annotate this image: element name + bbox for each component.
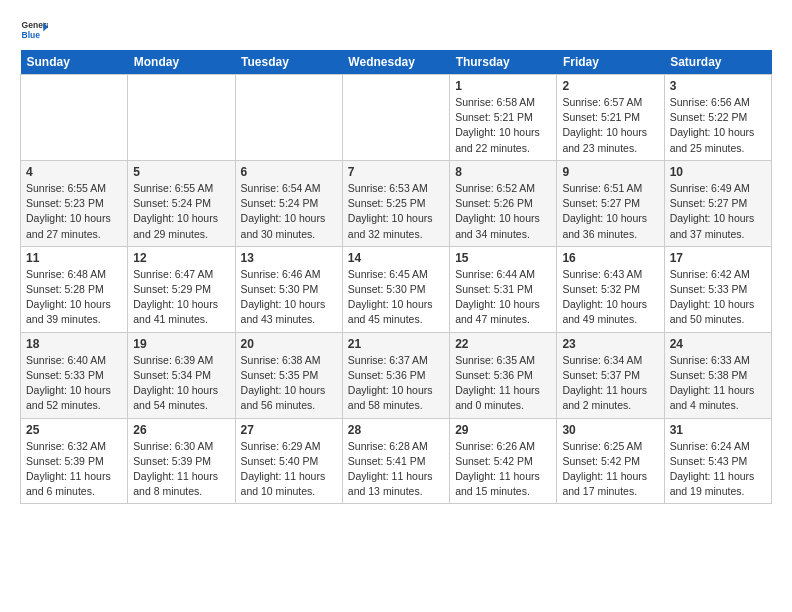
- day-info: Sunrise: 6:55 AM Sunset: 5:24 PM Dayligh…: [133, 181, 229, 242]
- day-cell: 1Sunrise: 6:58 AM Sunset: 5:21 PM Daylig…: [450, 75, 557, 161]
- day-cell: 3Sunrise: 6:56 AM Sunset: 5:22 PM Daylig…: [664, 75, 771, 161]
- day-cell: 24Sunrise: 6:33 AM Sunset: 5:38 PM Dayli…: [664, 332, 771, 418]
- day-info: Sunrise: 6:57 AM Sunset: 5:21 PM Dayligh…: [562, 95, 658, 156]
- day-cell: 12Sunrise: 6:47 AM Sunset: 5:29 PM Dayli…: [128, 246, 235, 332]
- day-cell: 6Sunrise: 6:54 AM Sunset: 5:24 PM Daylig…: [235, 160, 342, 246]
- day-cell: 25Sunrise: 6:32 AM Sunset: 5:39 PM Dayli…: [21, 418, 128, 504]
- day-cell: 27Sunrise: 6:29 AM Sunset: 5:40 PM Dayli…: [235, 418, 342, 504]
- day-info: Sunrise: 6:28 AM Sunset: 5:41 PM Dayligh…: [348, 439, 444, 500]
- day-number: 3: [670, 79, 766, 93]
- day-number: 19: [133, 337, 229, 351]
- day-number: 2: [562, 79, 658, 93]
- day-cell: [235, 75, 342, 161]
- day-number: 7: [348, 165, 444, 179]
- week-row-3: 11Sunrise: 6:48 AM Sunset: 5:28 PM Dayli…: [21, 246, 772, 332]
- day-cell: 22Sunrise: 6:35 AM Sunset: 5:36 PM Dayli…: [450, 332, 557, 418]
- day-number: 26: [133, 423, 229, 437]
- day-cell: 21Sunrise: 6:37 AM Sunset: 5:36 PM Dayli…: [342, 332, 449, 418]
- day-number: 20: [241, 337, 337, 351]
- day-number: 24: [670, 337, 766, 351]
- day-number: 4: [26, 165, 122, 179]
- day-number: 1: [455, 79, 551, 93]
- day-number: 23: [562, 337, 658, 351]
- header-cell-tuesday: Tuesday: [235, 50, 342, 75]
- day-info: Sunrise: 6:53 AM Sunset: 5:25 PM Dayligh…: [348, 181, 444, 242]
- day-number: 18: [26, 337, 122, 351]
- day-cell: 5Sunrise: 6:55 AM Sunset: 5:24 PM Daylig…: [128, 160, 235, 246]
- day-number: 25: [26, 423, 122, 437]
- day-info: Sunrise: 6:45 AM Sunset: 5:30 PM Dayligh…: [348, 267, 444, 328]
- day-info: Sunrise: 6:58 AM Sunset: 5:21 PM Dayligh…: [455, 95, 551, 156]
- day-info: Sunrise: 6:29 AM Sunset: 5:40 PM Dayligh…: [241, 439, 337, 500]
- logo: General Blue: [20, 16, 48, 44]
- week-row-5: 25Sunrise: 6:32 AM Sunset: 5:39 PM Dayli…: [21, 418, 772, 504]
- day-cell: [21, 75, 128, 161]
- day-number: 29: [455, 423, 551, 437]
- week-row-1: 1Sunrise: 6:58 AM Sunset: 5:21 PM Daylig…: [21, 75, 772, 161]
- day-number: 31: [670, 423, 766, 437]
- day-cell: 15Sunrise: 6:44 AM Sunset: 5:31 PM Dayli…: [450, 246, 557, 332]
- day-cell: 9Sunrise: 6:51 AM Sunset: 5:27 PM Daylig…: [557, 160, 664, 246]
- day-info: Sunrise: 6:46 AM Sunset: 5:30 PM Dayligh…: [241, 267, 337, 328]
- day-info: Sunrise: 6:40 AM Sunset: 5:33 PM Dayligh…: [26, 353, 122, 414]
- day-cell: 4Sunrise: 6:55 AM Sunset: 5:23 PM Daylig…: [21, 160, 128, 246]
- day-number: 21: [348, 337, 444, 351]
- day-number: 12: [133, 251, 229, 265]
- day-number: 9: [562, 165, 658, 179]
- day-info: Sunrise: 6:47 AM Sunset: 5:29 PM Dayligh…: [133, 267, 229, 328]
- logo-icon: General Blue: [20, 16, 48, 44]
- day-cell: 30Sunrise: 6:25 AM Sunset: 5:42 PM Dayli…: [557, 418, 664, 504]
- day-cell: 14Sunrise: 6:45 AM Sunset: 5:30 PM Dayli…: [342, 246, 449, 332]
- day-number: 15: [455, 251, 551, 265]
- day-number: 13: [241, 251, 337, 265]
- day-info: Sunrise: 6:56 AM Sunset: 5:22 PM Dayligh…: [670, 95, 766, 156]
- header-cell-friday: Friday: [557, 50, 664, 75]
- header-cell-wednesday: Wednesday: [342, 50, 449, 75]
- day-cell: 7Sunrise: 6:53 AM Sunset: 5:25 PM Daylig…: [342, 160, 449, 246]
- day-number: 16: [562, 251, 658, 265]
- day-number: 5: [133, 165, 229, 179]
- day-info: Sunrise: 6:42 AM Sunset: 5:33 PM Dayligh…: [670, 267, 766, 328]
- day-cell: 23Sunrise: 6:34 AM Sunset: 5:37 PM Dayli…: [557, 332, 664, 418]
- day-info: Sunrise: 6:39 AM Sunset: 5:34 PM Dayligh…: [133, 353, 229, 414]
- day-number: 10: [670, 165, 766, 179]
- day-info: Sunrise: 6:35 AM Sunset: 5:36 PM Dayligh…: [455, 353, 551, 414]
- day-cell: [128, 75, 235, 161]
- day-number: 17: [670, 251, 766, 265]
- day-info: Sunrise: 6:44 AM Sunset: 5:31 PM Dayligh…: [455, 267, 551, 328]
- calendar-table: SundayMondayTuesdayWednesdayThursdayFrid…: [20, 50, 772, 504]
- header-cell-thursday: Thursday: [450, 50, 557, 75]
- day-cell: 31Sunrise: 6:24 AM Sunset: 5:43 PM Dayli…: [664, 418, 771, 504]
- header-row: SundayMondayTuesdayWednesdayThursdayFrid…: [21, 50, 772, 75]
- header: General Blue: [20, 16, 772, 44]
- day-info: Sunrise: 6:32 AM Sunset: 5:39 PM Dayligh…: [26, 439, 122, 500]
- week-row-4: 18Sunrise: 6:40 AM Sunset: 5:33 PM Dayli…: [21, 332, 772, 418]
- header-cell-saturday: Saturday: [664, 50, 771, 75]
- day-number: 14: [348, 251, 444, 265]
- day-info: Sunrise: 6:37 AM Sunset: 5:36 PM Dayligh…: [348, 353, 444, 414]
- day-info: Sunrise: 6:49 AM Sunset: 5:27 PM Dayligh…: [670, 181, 766, 242]
- day-cell: 16Sunrise: 6:43 AM Sunset: 5:32 PM Dayli…: [557, 246, 664, 332]
- day-info: Sunrise: 6:25 AM Sunset: 5:42 PM Dayligh…: [562, 439, 658, 500]
- day-cell: 29Sunrise: 6:26 AM Sunset: 5:42 PM Dayli…: [450, 418, 557, 504]
- day-info: Sunrise: 6:26 AM Sunset: 5:42 PM Dayligh…: [455, 439, 551, 500]
- day-info: Sunrise: 6:55 AM Sunset: 5:23 PM Dayligh…: [26, 181, 122, 242]
- day-info: Sunrise: 6:38 AM Sunset: 5:35 PM Dayligh…: [241, 353, 337, 414]
- day-cell: 13Sunrise: 6:46 AM Sunset: 5:30 PM Dayli…: [235, 246, 342, 332]
- day-info: Sunrise: 6:34 AM Sunset: 5:37 PM Dayligh…: [562, 353, 658, 414]
- day-number: 22: [455, 337, 551, 351]
- day-cell: 18Sunrise: 6:40 AM Sunset: 5:33 PM Dayli…: [21, 332, 128, 418]
- day-cell: 20Sunrise: 6:38 AM Sunset: 5:35 PM Dayli…: [235, 332, 342, 418]
- svg-text:Blue: Blue: [22, 30, 41, 40]
- day-cell: [342, 75, 449, 161]
- day-info: Sunrise: 6:33 AM Sunset: 5:38 PM Dayligh…: [670, 353, 766, 414]
- day-info: Sunrise: 6:52 AM Sunset: 5:26 PM Dayligh…: [455, 181, 551, 242]
- day-info: Sunrise: 6:48 AM Sunset: 5:28 PM Dayligh…: [26, 267, 122, 328]
- day-number: 8: [455, 165, 551, 179]
- day-cell: 10Sunrise: 6:49 AM Sunset: 5:27 PM Dayli…: [664, 160, 771, 246]
- header-cell-sunday: Sunday: [21, 50, 128, 75]
- header-cell-monday: Monday: [128, 50, 235, 75]
- day-cell: 28Sunrise: 6:28 AM Sunset: 5:41 PM Dayli…: [342, 418, 449, 504]
- day-number: 11: [26, 251, 122, 265]
- day-info: Sunrise: 6:51 AM Sunset: 5:27 PM Dayligh…: [562, 181, 658, 242]
